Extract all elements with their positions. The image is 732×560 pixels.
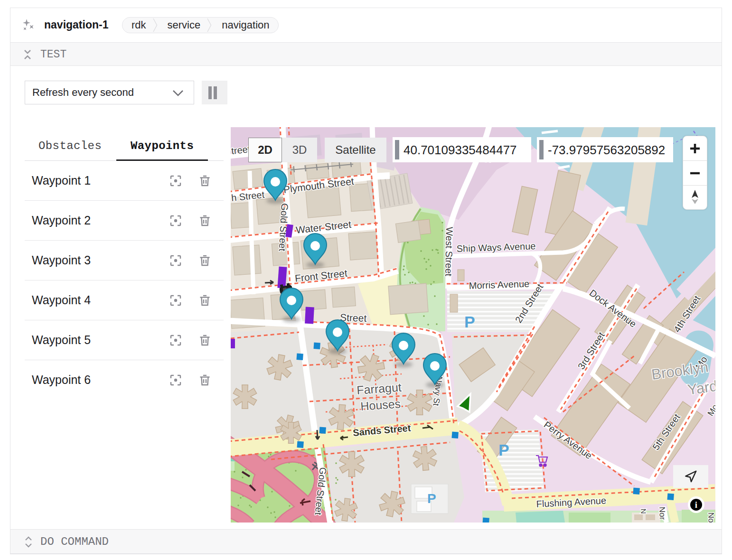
svg-text:P: P xyxy=(498,441,509,459)
svg-text:P: P xyxy=(427,491,436,506)
svg-text:N: N xyxy=(639,509,648,514)
svg-text:Nor: Nor xyxy=(706,512,715,523)
svg-text:Nor: Nor xyxy=(657,506,667,520)
svg-text:Houses: Houses xyxy=(360,397,401,413)
svg-text:Morris Avenue: Morris Avenue xyxy=(469,279,529,291)
svg-text:West Street: West Street xyxy=(443,227,455,277)
svg-text:P: P xyxy=(464,313,475,331)
